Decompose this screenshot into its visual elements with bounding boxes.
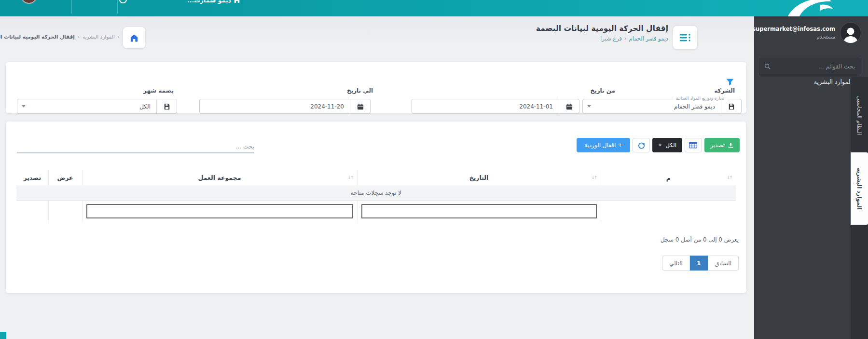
search-icon [764, 63, 771, 70]
calendar-icon [566, 103, 573, 110]
month-fp-save-icon[interactable] [156, 99, 177, 113]
column-filter-row [16, 200, 736, 222]
records-card: تصدير الكل + اقفال الوردية م↑↓ الت [6, 122, 746, 293]
breadcrumb-item-current: إقفال الحركة اليومية لبيانات البصمة [0, 34, 75, 40]
from-date-picker-button[interactable] [559, 99, 579, 113]
breadcrumb: ‹ الموارد البشرية ‹ إقفال الحركة اليومية… [7, 34, 120, 40]
columns-button[interactable] [685, 138, 702, 152]
sidebar-item-hr[interactable]: الموارد البشرية [773, 78, 863, 85]
date-column-filter-input[interactable] [361, 204, 597, 218]
close-shift-button[interactable]: + اقفال الوردية [577, 138, 630, 152]
menu-search-box [758, 57, 861, 76]
bookmark-icon [728, 103, 735, 110]
list-icon [680, 33, 690, 42]
filter-icon[interactable] [726, 78, 734, 87]
from-date-input[interactable] [412, 99, 559, 113]
subtitle-branch: فرع شبرا [600, 35, 622, 42]
export-label: تصدير [710, 142, 725, 149]
avatar [840, 22, 861, 43]
tab-human-resources[interactable]: الموارد البشرية [851, 152, 868, 225]
export-button[interactable]: تصدير [704, 138, 740, 152]
next-page-button[interactable]: التالي [662, 256, 690, 271]
col-header-workgroup[interactable]: مجموعة العمل↑↓ [82, 170, 357, 186]
globe-icon[interactable] [119, 0, 127, 3]
to-date-label: الي تاريخ [347, 87, 373, 94]
table-header-row: م↑↓ التاريخ↑↓ مجموعة العمل↑↓ عرض تصدير [16, 170, 736, 186]
bookmark-icon [164, 103, 170, 110]
company-logo [778, 0, 835, 16]
to-date-input[interactable] [200, 99, 350, 113]
filter-cell-export [16, 200, 48, 222]
upload-icon [728, 142, 734, 149]
close-shift-label: + اقفال الوردية [584, 142, 622, 149]
main-content: إقفال الحركة اليومية لبيانات البصمة ديمو… [0, 16, 754, 339]
month-fp-caret[interactable] [17, 99, 30, 113]
table-icon [689, 142, 697, 149]
col-header-export: تصدير [16, 170, 48, 186]
app-shortcut-label: ديمو سمارت... [187, 0, 231, 4]
chevron-down-icon [659, 144, 661, 146]
company-value: ديمو قصر الحمام [595, 99, 721, 113]
toolbar: تصدير الكل + اقفال الوردية [577, 138, 740, 152]
col-header-view: عرض [48, 170, 82, 186]
module-tabstrip: النظام المحاسبي الموارد البشرية [851, 77, 868, 339]
empty-message-row: لا توجد سجلات متاحة [16, 186, 736, 200]
previous-page-button[interactable]: السابق [707, 256, 739, 271]
pagination-info: يعرض 0 إلى 0 من أصل 0 سجل [661, 236, 739, 243]
filter-cell-workgroup [82, 200, 357, 222]
all-label: الكل [665, 142, 676, 149]
home-icon [129, 33, 139, 42]
company-caret[interactable] [583, 99, 595, 113]
breadcrumb-item-hr[interactable]: الموارد البشرية [83, 34, 115, 40]
refresh-icon [638, 142, 645, 149]
breadcrumb-separator: ‹ [78, 34, 80, 40]
chevron-down-icon [22, 105, 26, 108]
sort-icon[interactable]: ↑↓ [727, 175, 732, 180]
filter-cell-view [48, 200, 82, 222]
page-title: إقفال الحركة اليومية لبيانات البصمة [536, 24, 668, 33]
sort-icon[interactable]: ↑↓ [347, 175, 353, 180]
empty-message: لا توجد سجلات متاحة [16, 186, 736, 200]
month-fp-value: الكل [30, 99, 156, 113]
refresh-button[interactable] [633, 138, 650, 152]
company-select[interactable]: ديمو قصر الحمام [582, 99, 742, 114]
pagination: السابق 1 التالي [662, 256, 739, 271]
table-search-input[interactable] [17, 141, 254, 153]
to-date-field [199, 99, 371, 114]
records-table: م↑↓ التاريخ↑↓ مجموعة العمل↑↓ عرض تصدير ل… [16, 170, 736, 222]
to-date-picker-button[interactable] [350, 99, 370, 113]
app-shortcut[interactable]: ديمو سمارت... [187, 0, 240, 5]
month-fp-label: بصمة شهر [143, 87, 174, 94]
subtitle-separator: ‹ [624, 35, 627, 42]
all-dropdown-button[interactable]: الكل [652, 138, 682, 152]
sidebar-item-label: الموارد البشرية [814, 78, 852, 85]
subtitle-company: ديمو قصر الحمام [629, 35, 668, 42]
tab-accounting-system[interactable]: النظام المحاسبي [851, 80, 868, 151]
col-header-date[interactable]: التاريخ↑↓ [357, 170, 601, 186]
company-save-icon[interactable] [721, 99, 741, 113]
home-button[interactable] [123, 27, 145, 48]
company-label: الشركة [714, 87, 735, 94]
user-role: مستخدم [752, 34, 835, 40]
home-icon [234, 0, 240, 3]
sort-icon[interactable]: ↑↓ [591, 175, 596, 180]
scroll-corner-chip[interactable] [0, 332, 6, 339]
col-header-index[interactable]: م↑↓ [601, 170, 736, 186]
calendar-icon [357, 103, 364, 110]
filters-card: الشركة تجارة وتوزيع المواد الغذائية ديمو… [6, 62, 746, 113]
month-fp-select[interactable]: الكل [17, 99, 177, 114]
user-email: supermarket@infosas.com [752, 26, 835, 32]
divider [71, 0, 72, 14]
page-header: إقفال الحركة اليومية لبيانات البصمة ديمو… [536, 24, 668, 42]
chevron-down-icon [587, 105, 591, 108]
menu-search-input[interactable] [775, 63, 855, 70]
top-user-avatar[interactable] [21, 0, 37, 4]
workgroup-column-filter-input[interactable] [86, 204, 353, 218]
divider [117, 0, 118, 14]
filter-cell-date [357, 200, 601, 222]
page-menu-button[interactable] [673, 26, 697, 49]
user-panel[interactable]: supermarket@infosas.com مستخدم [761, 22, 861, 43]
breadcrumb-separator: ‹ [118, 34, 120, 40]
page-subtitle: ديمو قصر الحمام ‹ فرع شبرا [536, 35, 668, 42]
page-1-button[interactable]: 1 [689, 256, 708, 271]
